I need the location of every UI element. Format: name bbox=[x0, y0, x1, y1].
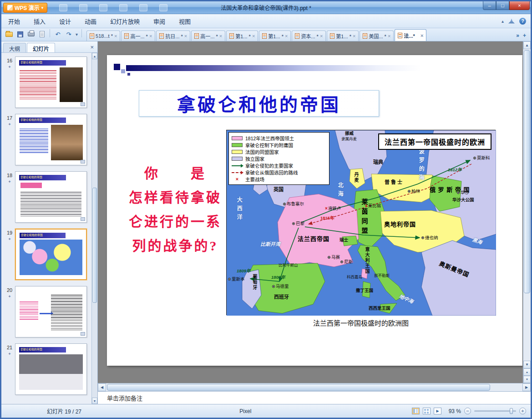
zoom-out-button[interactable]: − bbox=[464, 408, 471, 414]
document-tab[interactable]: 第1... *× bbox=[226, 31, 258, 41]
horizontal-scrollbar[interactable]: ◀ ▶ bbox=[98, 383, 531, 391]
slide-thumbnail-16[interactable]: 16✦ 拿破仑和他的帝国 bbox=[4, 56, 90, 108]
titlebar-quick-icon[interactable] bbox=[139, 4, 147, 11]
titlebar-quick-icon[interactable] bbox=[159, 4, 167, 11]
tab-overflow-icon[interactable]: » bbox=[516, 32, 519, 39]
new-tab-button[interactable]: + bbox=[523, 32, 526, 39]
slide-thumbnail-18[interactable]: 18✦ 拿破仑和他的帝国 bbox=[4, 171, 90, 223]
toolbar-separator bbox=[81, 29, 82, 37]
vertical-scrollbar[interactable]: ▲ ▼ ▲ ▼ bbox=[523, 41, 531, 383]
normal-view-button[interactable] bbox=[412, 408, 420, 414]
close-button[interactable]: × bbox=[509, 1, 530, 10]
tab-close-icon[interactable]: × bbox=[421, 33, 423, 38]
document-tab[interactable]: 高一... *× bbox=[121, 31, 155, 41]
scroll-thumb[interactable] bbox=[524, 50, 530, 293]
tab-close-icon[interactable]: × bbox=[149, 33, 152, 39]
slide-thumbnail-19-selected[interactable]: 19✦ 拿破仑和他的帝国 bbox=[4, 229, 90, 280]
menu-item-insert[interactable]: 插入 bbox=[27, 14, 52, 28]
tab-outline[interactable]: 大纲 bbox=[3, 43, 26, 52]
tab-close-icon[interactable]: × bbox=[353, 33, 355, 39]
print-preview-icon[interactable] bbox=[38, 31, 46, 38]
slide-sorter-view-button[interactable] bbox=[423, 408, 431, 414]
zoom-in-button[interactable]: + bbox=[519, 408, 526, 414]
undo-icon[interactable]: ↶ bbox=[54, 31, 62, 38]
sidebar-scroll-track[interactable] bbox=[92, 59, 97, 398]
previous-slide-button[interactable]: ▲ bbox=[523, 368, 531, 376]
thumbnail-frame[interactable] bbox=[15, 286, 87, 337]
slide-thumbnail-20[interactable]: 20✦ bbox=[4, 286, 90, 337]
scroll-thumb[interactable] bbox=[107, 384, 490, 391]
minimize-button[interactable]: – bbox=[483, 1, 496, 10]
europe-map-image[interactable]: 挪威隶属丹麦瑞典波罗的海莫斯科1812年俄 罗 斯 帝 国北海丹麦普 鲁 士柏林… bbox=[226, 130, 496, 315]
titlebar-quick-icon[interactable] bbox=[59, 4, 67, 11]
thumbnail-frame[interactable]: 拿破仑和他的帝国 bbox=[15, 171, 87, 223]
scroll-track[interactable] bbox=[106, 383, 522, 391]
tab-slides[interactable]: 幻灯片 bbox=[27, 43, 55, 52]
tab-close-icon[interactable]: × bbox=[252, 33, 255, 39]
undo-dropdown-icon[interactable]: ▾ bbox=[76, 32, 78, 37]
tab-close-icon[interactable]: × bbox=[285, 33, 288, 39]
document-tab[interactable]: 518...t *× bbox=[86, 31, 120, 41]
notes-pane[interactable]: 单击添加备注 bbox=[98, 391, 531, 404]
slide-thumbnail-21[interactable]: 21✦ 拿破仑和他的帝国 bbox=[4, 343, 90, 395]
titlebar-quick-icon[interactable] bbox=[79, 4, 87, 11]
map-label: 黑海 bbox=[471, 237, 483, 245]
slideshow-button[interactable]: ▶ bbox=[434, 408, 441, 414]
animation-star-icon: ✦ bbox=[4, 237, 15, 241]
map-label: 奥地利帝国 bbox=[384, 221, 416, 228]
tab-close-icon[interactable]: × bbox=[219, 33, 222, 39]
document-tab[interactable]: 资本... *× bbox=[292, 31, 326, 41]
document-tab[interactable]: 高一... *× bbox=[191, 31, 225, 41]
thumbnail-frame[interactable]: 拿破仑和他的帝国 bbox=[15, 229, 87, 280]
panel-close-icon[interactable]: × bbox=[90, 44, 94, 51]
scroll-right-icon[interactable]: ▶ bbox=[522, 383, 531, 391]
save-icon[interactable] bbox=[16, 31, 24, 38]
menu-item-review[interactable]: 审阅 bbox=[147, 14, 172, 28]
slide-19[interactable]: 拿破仑和他的帝国 你 是 怎样看待拿破 仑进行的一系 列的战争的? bbox=[107, 55, 522, 366]
question-text-box[interactable]: 你 是 怎样看待拿破 仑进行的一系 列的战争的? bbox=[120, 161, 231, 258]
ribbon-collapse-icon[interactable]: ▴ bbox=[502, 19, 504, 24]
tab-close-icon[interactable]: × bbox=[114, 33, 117, 39]
scroll-down-icon[interactable]: ▼ bbox=[92, 398, 97, 404]
tab-close-icon[interactable]: × bbox=[320, 33, 323, 39]
scroll-down-icon[interactable]: ▼ bbox=[523, 361, 531, 368]
scroll-up-icon[interactable]: ▲ bbox=[92, 53, 97, 59]
scroll-track[interactable] bbox=[523, 49, 531, 361]
menu-item-animation[interactable]: 动画 bbox=[78, 14, 103, 28]
titlebar-quick-icon[interactable] bbox=[119, 4, 127, 11]
sidebar-scroll-thumb[interactable] bbox=[92, 188, 97, 303]
document-tab-active[interactable]: 法...*× bbox=[395, 29, 426, 41]
thumbnail-frame[interactable]: 拿破仑和他的帝国 bbox=[15, 56, 87, 108]
document-tab[interactable]: 第1... *× bbox=[327, 31, 359, 41]
slide-title-box[interactable]: 拿破仑和他的帝国 bbox=[139, 90, 379, 117]
thumbnail-frame[interactable]: 拿破仑和他的帝国 bbox=[15, 343, 87, 395]
print-icon[interactable] bbox=[27, 31, 35, 38]
document-tab[interactable]: 第1... *× bbox=[259, 31, 291, 41]
titlebar-quick-icon[interactable] bbox=[99, 4, 107, 11]
menu-item-view[interactable]: 视图 bbox=[172, 14, 198, 28]
maximize-button[interactable]: □ bbox=[496, 1, 509, 10]
open-folder-icon[interactable] bbox=[5, 31, 13, 38]
redo-icon[interactable]: ↷ bbox=[65, 31, 73, 38]
skin-icon[interactable] bbox=[508, 19, 515, 24]
statusbar-right: ▶ 93 % − + bbox=[412, 408, 531, 414]
next-slide-button[interactable]: ▼ bbox=[523, 376, 531, 383]
thumb-text-block bbox=[20, 301, 38, 321]
document-tab[interactable]: 美国... *× bbox=[360, 31, 394, 41]
menu-item-slideshow[interactable]: 幻灯片放映 bbox=[103, 14, 147, 28]
scroll-left-icon[interactable]: ◀ bbox=[98, 383, 106, 391]
menu-item-design[interactable]: 设计 bbox=[52, 14, 78, 28]
help-icon[interactable]: ? bbox=[519, 18, 526, 25]
slide-thumbnail-17[interactable]: 17✦ 拿破仑和他的帝国 bbox=[4, 114, 90, 165]
document-tab[interactable]: 抗日... *× bbox=[156, 31, 190, 41]
zoom-slider-handle[interactable] bbox=[510, 408, 513, 414]
thumbnail-frame[interactable]: 拿破仑和他的帝国 bbox=[15, 114, 87, 165]
menu-item-start[interactable]: 开始 bbox=[1, 14, 27, 28]
tab-close-icon[interactable]: × bbox=[184, 33, 187, 39]
map-label: 瑞士 bbox=[339, 238, 348, 242]
zoom-slider[interactable] bbox=[474, 410, 516, 412]
sidebar-scrollbar[interactable]: ▲ ▼ bbox=[91, 53, 97, 404]
scroll-up-icon[interactable]: ▲ bbox=[523, 41, 531, 49]
tab-close-icon[interactable]: × bbox=[388, 33, 390, 39]
wps-menu-button[interactable]: WPS 演示 ▾ bbox=[3, 3, 47, 13]
